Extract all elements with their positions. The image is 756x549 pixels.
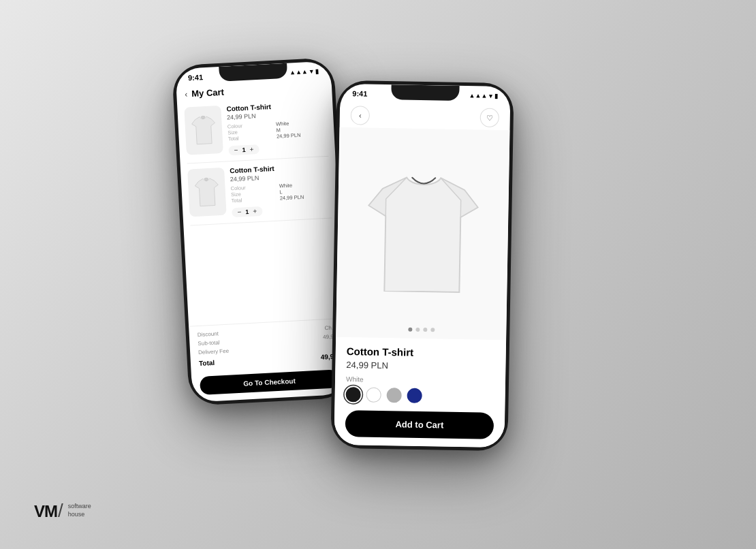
vm-slash: /: [58, 500, 63, 522]
add-to-cart-button[interactable]: Add to Cart: [345, 410, 494, 439]
signal-icon-2: ▲▲▲: [469, 92, 488, 99]
color-navy[interactable]: [407, 388, 422, 403]
product-info: Cotton T-shirt 24,99 PLN White Add to Ca…: [334, 337, 506, 448]
wifi-icon-2: ▾: [489, 93, 492, 99]
phone-cart: 9:41 ▲▲▲ ▾ ▮ ‹ My Cart: [172, 57, 351, 406]
signal-icon: ▲▲▲: [289, 68, 308, 76]
qty-plus-1[interactable]: +: [249, 146, 253, 153]
cart-screen: 9:41 ▲▲▲ ▾ ▮ ‹ My Cart: [175, 61, 347, 402]
product-screen: 9:41 ▲▲▲ ▾ ▮ ‹ ♡: [334, 84, 510, 448]
battery-icon: ▮: [315, 67, 319, 74]
cart-item-2: Cotton T-shirt 24,99 PLN Colour White Si…: [187, 157, 332, 226]
wifi-icon: ▾: [310, 68, 314, 75]
back-arrow[interactable]: ‹: [185, 89, 188, 99]
color-black[interactable]: [345, 387, 360, 402]
vm-text: VM: [34, 503, 57, 520]
checkout-button[interactable]: Go To Checkout: [200, 369, 339, 395]
total-label-1: Total: [228, 134, 270, 142]
logo-mark: VM /: [34, 500, 64, 522]
item-details-2: Cotton T-shirt 24,99 PLN Colour White Si…: [230, 162, 332, 218]
qty-minus-2[interactable]: −: [237, 209, 241, 216]
qty-control-1: − 1 +: [228, 144, 259, 155]
tagline-line2: house: [68, 511, 85, 518]
phone-product-screen: 9:41 ▲▲▲ ▾ ▮ ‹ ♡: [334, 84, 510, 448]
color-options: [345, 387, 494, 405]
item-attrs-1: Colour White Size M Total 24,99 PLN: [227, 119, 328, 142]
qty-control-2: − 1 +: [232, 206, 262, 217]
item-details-1: Cotton T-shirt 24,99 PLN Colour White Si…: [226, 100, 328, 156]
vm-logo: VM / software house: [34, 500, 91, 522]
battery-icon-2: ▮: [494, 93, 498, 99]
cart-title: My Cart: [191, 87, 224, 99]
product-name: Cotton T-shirt: [347, 345, 495, 360]
time-1: 9:41: [188, 73, 204, 82]
cart-item-1: Cotton T-shirt 24,99 PLN Colour White Si…: [184, 95, 328, 164]
total-label-2: Total: [231, 195, 273, 204]
qty-plus-2[interactable]: +: [253, 208, 257, 215]
color-gray[interactable]: [386, 388, 401, 403]
time-2: 9:41: [352, 89, 367, 97]
cart-summary: Discount Ch... Sub-total 49,98 Delivery …: [189, 318, 346, 373]
status-icons-2: ▲▲▲ ▾ ▮: [469, 92, 499, 99]
item-attrs-2: Colour White Size L Total 24,99 PLN: [230, 181, 330, 204]
phone-product: 9:41 ▲▲▲ ▾ ▮ ‹ ♡: [330, 80, 514, 451]
subtotal-label: Sub-total: [198, 339, 219, 347]
status-icons-1: ▲▲▲ ▾ ▮: [289, 67, 319, 76]
dot-1[interactable]: [408, 328, 412, 332]
product-image-area: [336, 127, 509, 340]
color-white[interactable]: [366, 388, 381, 403]
product-price: 24,99 PLN: [346, 360, 494, 373]
color-label: White: [346, 375, 494, 386]
phone-cart-screen: 9:41 ▲▲▲ ▾ ▮ ‹ My Cart: [175, 61, 347, 402]
wishlist-button[interactable]: ♡: [480, 108, 499, 127]
cart-items-list: Cotton T-shirt 24,99 PLN Colour White Si…: [177, 94, 344, 326]
product-nav: ‹ ♡: [340, 100, 511, 130]
product-image: [364, 165, 482, 303]
vm-tagline: software house: [68, 503, 91, 518]
delivery-label: Delivery Fee: [198, 348, 229, 356]
image-dots: [408, 328, 435, 332]
item-image-2: [187, 168, 227, 217]
discount-label: Discount: [198, 331, 219, 339]
qty-num-1: 1: [242, 146, 246, 153]
dot-4[interactable]: [430, 328, 435, 332]
dot-3[interactable]: [423, 328, 427, 332]
total-label: Total: [199, 359, 215, 367]
dot-2[interactable]: [415, 328, 420, 332]
back-button[interactable]: ‹: [351, 106, 370, 125]
tagline-line1: software: [68, 503, 91, 509]
item-image-1: [184, 106, 223, 155]
notch-2: [391, 84, 459, 101]
qty-minus-1[interactable]: −: [234, 147, 238, 154]
qty-num-2: 1: [245, 208, 249, 215]
